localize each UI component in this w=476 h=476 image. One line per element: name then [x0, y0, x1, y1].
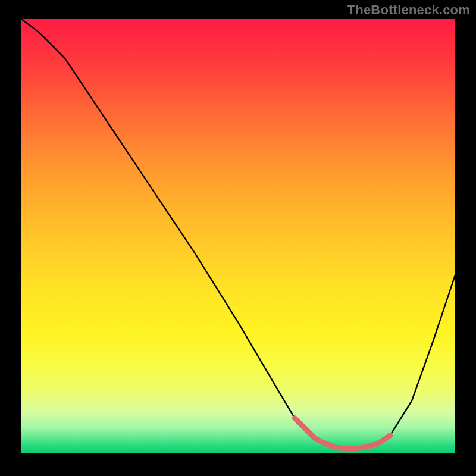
- chart-container: TheBottleneck.com: [0, 0, 476, 476]
- plot-background: [21, 19, 455, 453]
- watermark: TheBottleneck.com: [347, 2, 470, 18]
- bottleneck-chart: [0, 0, 476, 476]
